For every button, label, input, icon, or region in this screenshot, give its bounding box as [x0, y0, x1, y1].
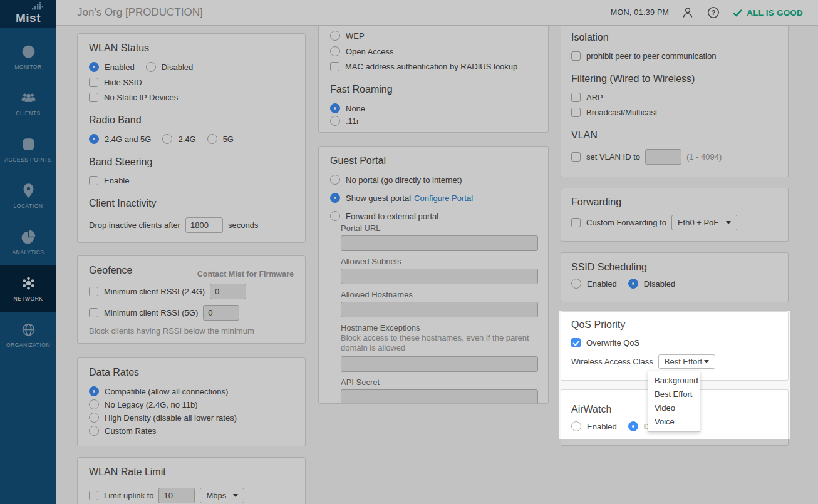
- configure-portal-link[interactable]: Configure Portal: [414, 193, 473, 203]
- radio-ssid-disabled[interactable]: Disabled: [628, 279, 676, 289]
- min-rssi-24-input[interactable]: [210, 284, 246, 299]
- checkbox-label: No Static IP Devices: [104, 93, 178, 102]
- min-rssi-5-input[interactable]: [203, 305, 239, 321]
- band-steering-title: Band Steering: [89, 157, 294, 168]
- sidebar-item-organization[interactable]: ORGANIZATION: [0, 312, 56, 358]
- allowed-hostnames-label: Allowed Hostnames: [341, 290, 537, 299]
- radio-no-portal[interactable]: No portal (go directly to internet): [330, 175, 537, 185]
- checkbox-min-rssi-24[interactable]: Minimum client RSSI (2.4G): [89, 284, 294, 299]
- radio-24g[interactable]: 2.4G: [162, 134, 195, 144]
- radio-wep[interactable]: WEP: [330, 31, 537, 41]
- radio-band-title: Radio Band: [89, 115, 294, 126]
- wlan-status-title: WLAN Status: [89, 43, 294, 54]
- checkbox-label: Custom Forwarding to: [586, 218, 666, 227]
- sidebar-item-label: NETWORK: [14, 296, 43, 302]
- allowed-subnets-input[interactable]: [341, 269, 538, 284]
- sidebar-item-network[interactable]: NETWORK: [0, 265, 56, 312]
- fast-roaming-title: Fast Roaming: [330, 84, 537, 95]
- wireless-access-class-menu: Background Best Effort Video Voice: [648, 371, 700, 432]
- org-title: Jon's Org [PRODUCTION]: [77, 6, 203, 19]
- radio-fast-roaming-none[interactable]: None: [330, 103, 537, 113]
- hostname-exceptions-input[interactable]: [341, 356, 538, 372]
- geofence-help-text: Block clients having RSSI below the mini…: [89, 326, 294, 336]
- checkbox-overwrite-qos[interactable]: Overwrite QoS: [571, 338, 778, 347]
- radio-label: .11r: [346, 116, 359, 126]
- uplink-unit-select[interactable]: Mbps: [200, 488, 244, 503]
- radio-enabled[interactable]: Enabled: [89, 62, 135, 72]
- checkbox-set-vlan[interactable]: set VLAN ID to (1 - 4094): [571, 149, 778, 165]
- radio-icon: [330, 103, 340, 113]
- geofence-note: Contact Mist for Firmware: [197, 270, 294, 279]
- radio-icon: [89, 134, 99, 144]
- radio-high-density[interactable]: High Density (disable all lower rates): [89, 413, 294, 423]
- radio-label: No portal (go directly to internet): [346, 175, 462, 185]
- radio-icon: [330, 193, 340, 203]
- help-button[interactable]: ?: [707, 6, 720, 19]
- checkbox-prohibit-p2p[interactable]: prohibit peer to peer communication: [571, 51, 778, 61]
- radio-icon: [330, 211, 340, 221]
- checkbox-label: Broadcast/Multicast: [586, 108, 657, 117]
- allowed-hostnames-input[interactable]: [341, 302, 538, 317]
- checkbox-label: Minimum client RSSI (5G): [104, 308, 198, 317]
- radio-label: Forward to external portal: [346, 212, 438, 221]
- radio-open-access[interactable]: Open Access: [330, 46, 537, 56]
- wlan-status-options: Enabled Disabled: [89, 62, 294, 72]
- checkbox-limit-uplink[interactable]: Limit uplink to Mbps: [89, 488, 294, 503]
- location-pin-icon: [21, 183, 36, 198]
- radio-show-guest-portal[interactable]: Show guest portal Configure Portal: [330, 193, 537, 203]
- uplink-limit-input[interactable]: [158, 488, 195, 503]
- radio-24g-and-5g[interactable]: 2.4G and 5G: [89, 134, 151, 144]
- vlan-id-input[interactable]: [645, 149, 681, 165]
- radio-icon: [89, 399, 99, 409]
- menu-item-best-effort[interactable]: Best Effort: [648, 388, 700, 401]
- checkbox-hide-ssid[interactable]: Hide SSID: [89, 78, 294, 87]
- sidebar-item-location[interactable]: LOCATION: [0, 173, 56, 219]
- radio-ssid-enabled[interactable]: Enabled: [571, 279, 617, 289]
- checkbox-band-steering-enable[interactable]: Enable: [89, 176, 294, 185]
- sidebar-item-clients[interactable]: CLIENTS: [0, 80, 56, 126]
- wireless-access-class-value: Best Effort: [665, 357, 702, 366]
- radio-airwatch-enabled[interactable]: Enabled: [571, 421, 617, 431]
- mist-logo[interactable]: Mist: [0, 0, 56, 28]
- vlan-range-hint: (1 - 4094): [686, 152, 722, 162]
- portal-url-input[interactable]: [341, 235, 538, 251]
- radio-disabled[interactable]: Disabled: [146, 62, 194, 72]
- checkbox-arp[interactable]: ARP: [571, 93, 778, 102]
- menu-item-video[interactable]: Video: [648, 401, 700, 415]
- isolation-card: Isolation prohibit peer to peer communic…: [561, 26, 789, 177]
- api-secret-input[interactable]: [341, 389, 538, 404]
- radio-custom-rates[interactable]: Custom Rates: [89, 426, 294, 436]
- isolation-title: Isolation: [571, 32, 778, 43]
- checkbox-min-rssi-5[interactable]: Minimum client RSSI (5G): [89, 305, 294, 321]
- column-middle: WEP Open Access MAC address authenticati…: [318, 26, 549, 404]
- checkbox-no-static-ip[interactable]: No Static IP Devices: [89, 93, 294, 102]
- client-inactivity-input[interactable]: [185, 217, 223, 233]
- column-left: WLAN Status Enabled Disabled Hide SSID N…: [77, 33, 306, 504]
- wireless-access-class-select[interactable]: Best Effort: [658, 354, 715, 369]
- sidebar-item-monitor[interactable]: MONITOR: [0, 34, 56, 80]
- status-indicator[interactable]: ALL IS GOOD: [732, 8, 803, 18]
- menu-item-background[interactable]: Background: [648, 374, 700, 388]
- sidebar-item-analytics[interactable]: ANALYTICS: [0, 219, 56, 265]
- menu-item-voice[interactable]: Voice: [648, 415, 700, 429]
- security-card: WEP Open Access MAC address authenticati…: [318, 26, 549, 133]
- checkbox-icon: [89, 308, 98, 317]
- guest-portal-card: Guest Portal No portal (go directly to i…: [318, 146, 549, 404]
- checkbox-broadcast-multicast[interactable]: Broadcast/Multicast: [571, 108, 778, 117]
- status-text: ALL IS GOOD: [747, 8, 803, 18]
- radio-fast-roaming-11r[interactable]: .11r: [330, 116, 537, 126]
- radio-no-legacy[interactable]: No Legacy (2.4G, no 11b): [89, 399, 294, 409]
- forwarding-interface-select[interactable]: Eth0 + PoE: [671, 215, 737, 230]
- checkbox-mac-auth[interactable]: MAC address authentication by RADIUS loo…: [330, 62, 537, 71]
- checkbox-custom-forwarding[interactable]: Custom Forwarding to Eth0 + PoE: [571, 215, 778, 230]
- wireless-access-class-label: Wireless Access Class: [571, 357, 653, 366]
- help-icon: ?: [707, 6, 720, 19]
- radio-5g[interactable]: 5G: [207, 134, 234, 144]
- radio-compatible[interactable]: Compatible (allow all connections): [89, 386, 294, 396]
- svg-text:?: ?: [712, 9, 715, 16]
- check-icon: [732, 8, 743, 18]
- user-menu-button[interactable]: [681, 6, 695, 19]
- radio-forward-external[interactable]: Forward to external portal: [330, 211, 537, 221]
- sidebar-item-access-points[interactable]: ACCESS POINTS: [0, 126, 56, 173]
- external-portal-fields: Portal URL Allowed Subnets Allowed Hostn…: [341, 224, 537, 404]
